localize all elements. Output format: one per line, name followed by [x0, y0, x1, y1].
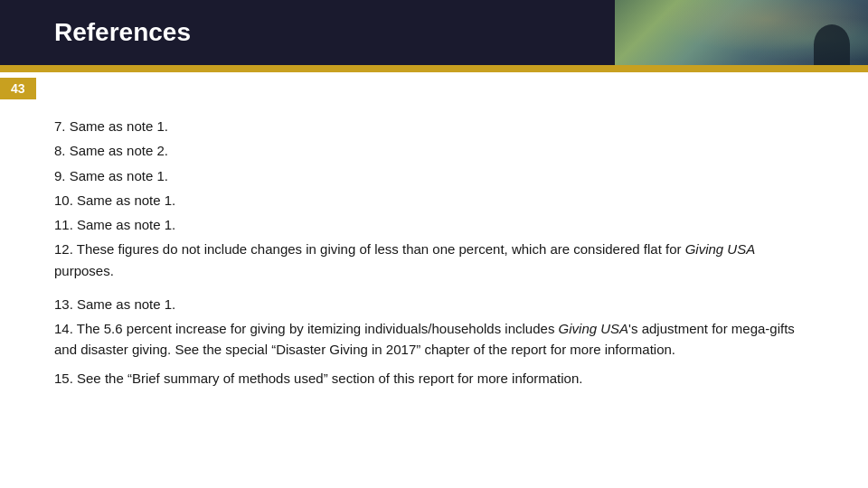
ref-7: 7. Same as note 1. — [54, 116, 814, 136]
content-area: 7. Same as note 1. 8. Same as note 2. 9.… — [0, 99, 868, 488]
ref-9: 9. Same as note 1. — [54, 165, 814, 186]
page-number-row: 43 — [0, 72, 868, 99]
header-image — [615, 0, 868, 65]
ref-13: 13. Same as note 1. — [54, 294, 814, 314]
ref-10: 10. Same as note 1. — [54, 190, 814, 211]
ref-11: 11. Same as note 1. — [54, 214, 814, 235]
header: References — [0, 0, 868, 65]
ref-14: 14. The 5.6 percent increase for giving … — [54, 318, 814, 361]
page-number-badge: 43 — [0, 78, 36, 99]
page: References 43 7. Same as note 1. 8. Same… — [0, 0, 868, 488]
ref-8: 8. Same as note 2. — [54, 140, 814, 161]
ref-15: 15. See the “Brief summary of methods us… — [54, 368, 814, 389]
gold-bar — [0, 65, 868, 72]
ref-12: 12. These figures do not include changes… — [54, 239, 814, 281]
page-title: References — [54, 18, 191, 47]
